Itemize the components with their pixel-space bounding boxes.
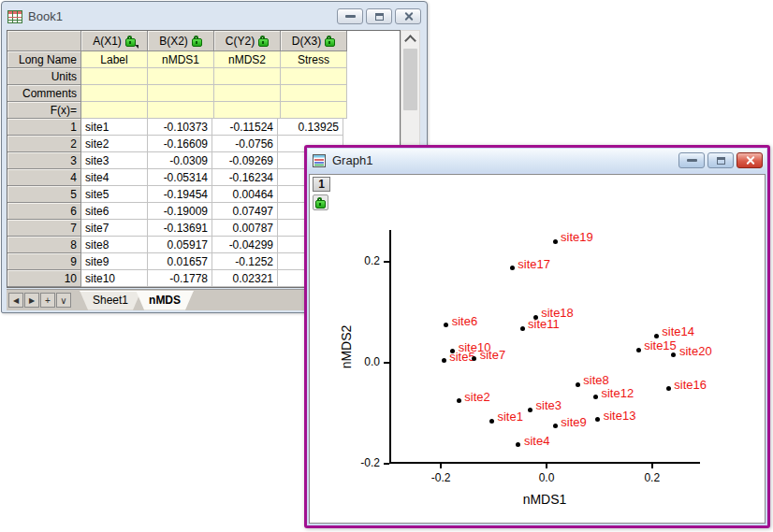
row-label-header[interactable]: Long Name: [7, 51, 81, 68]
label-cell[interactable]: nMDS2: [214, 51, 281, 68]
data-cell[interactable]: site1: [81, 119, 148, 136]
data-point[interactable]: [533, 315, 538, 320]
tab-nav-button[interactable]: ∨: [56, 293, 71, 308]
graph-titlebar[interactable]: Graph1: [308, 149, 766, 172]
data-cell[interactable]: site5: [81, 186, 148, 203]
data-cell[interactable]: site6: [81, 203, 148, 220]
data-cell[interactable]: site3: [81, 152, 148, 169]
row-number-header[interactable]: 8: [7, 237, 81, 253]
x-tick-label[interactable]: 0.0: [530, 471, 563, 484]
close-button[interactable]: [395, 8, 421, 24]
data-cell[interactable]: 0.01657: [148, 253, 212, 270]
data-point[interactable]: [520, 326, 525, 331]
row-label-header[interactable]: Comments: [7, 85, 81, 102]
data-cell[interactable]: 0.05917: [148, 237, 212, 253]
label-cell[interactable]: [214, 85, 281, 102]
data-cell[interactable]: -0.19454: [148, 186, 212, 203]
x-tick-label[interactable]: -0.2: [424, 471, 458, 484]
minimize-button[interactable]: [337, 8, 363, 24]
data-point[interactable]: [510, 266, 515, 270]
point-label[interactable]: site14: [662, 324, 694, 338]
y-axis-title[interactable]: nMDS2: [339, 324, 354, 368]
data-point[interactable]: [516, 442, 520, 447]
data-cell[interactable]: -0.05314: [148, 169, 212, 186]
label-cell[interactable]: [148, 68, 214, 85]
column-header[interactable]: D(X3): [281, 31, 347, 51]
row-number-header[interactable]: 4: [7, 169, 81, 186]
point-label[interactable]: site2: [464, 390, 489, 404]
data-point[interactable]: [654, 334, 659, 338]
data-point[interactable]: [636, 348, 641, 352]
label-cell[interactable]: [214, 102, 281, 119]
point-label[interactable]: site4: [524, 434, 549, 448]
label-cell[interactable]: [281, 85, 347, 102]
row-label-header[interactable]: F(x)=: [7, 102, 81, 119]
row-number-header[interactable]: 2: [7, 136, 81, 152]
data-cell[interactable]: 0.13925: [278, 119, 343, 136]
row-number-header[interactable]: 5: [7, 186, 81, 203]
label-cell[interactable]: Label: [81, 51, 148, 68]
point-label[interactable]: site10: [459, 340, 491, 354]
data-cell[interactable]: site2: [81, 136, 148, 152]
data-cell[interactable]: -0.1252: [212, 253, 278, 270]
data-cell[interactable]: -0.09269: [212, 152, 278, 169]
data-point[interactable]: [553, 239, 558, 244]
x-axis-title[interactable]: nMDS1: [498, 492, 591, 507]
data-cell[interactable]: site4: [81, 169, 148, 186]
row-number-header[interactable]: 6: [7, 203, 81, 220]
data-cell[interactable]: -0.10373: [148, 119, 212, 136]
data-cell[interactable]: -0.0309: [148, 152, 212, 169]
data-point[interactable]: [442, 358, 446, 363]
tab-nav-button[interactable]: +: [40, 293, 55, 308]
data-cell[interactable]: 0.02321: [212, 270, 278, 287]
data-cell[interactable]: site9: [81, 253, 148, 270]
data-point[interactable]: [472, 356, 476, 361]
data-point[interactable]: [457, 398, 461, 403]
row-number-header[interactable]: 3: [7, 152, 81, 169]
label-cell[interactable]: [214, 68, 281, 85]
data-point[interactable]: [489, 419, 494, 424]
label-cell[interactable]: [81, 68, 148, 85]
point-label[interactable]: site13: [604, 409, 636, 423]
point-label[interactable]: site3: [536, 398, 562, 412]
data-point[interactable]: [528, 408, 532, 412]
label-cell[interactable]: Stress: [281, 51, 347, 68]
row-number-header[interactable]: 1: [7, 119, 81, 136]
y-tick-label[interactable]: 0.2: [344, 254, 380, 267]
data-point[interactable]: [671, 352, 676, 357]
label-cell[interactable]: [148, 85, 214, 102]
lock-dropdown-arrow[interactable]: [135, 45, 139, 49]
data-point[interactable]: [595, 417, 600, 422]
restore-button[interactable]: [707, 152, 734, 168]
label-cell[interactable]: [281, 68, 347, 85]
point-label[interactable]: site19: [561, 230, 593, 244]
row-number-header[interactable]: 10: [7, 270, 81, 287]
corner-header-cell[interactable]: [7, 31, 81, 51]
data-cell[interactable]: site10: [81, 270, 148, 287]
row-number-header[interactable]: 7: [7, 220, 81, 237]
sheet-tab-sheet1[interactable]: Sheet1: [80, 291, 141, 310]
label-cell[interactable]: nMDS1: [148, 51, 214, 68]
tab-nav-button[interactable]: ▶: [24, 293, 39, 308]
data-cell[interactable]: site8: [81, 237, 148, 253]
x-tick-label[interactable]: 0.2: [635, 471, 669, 484]
layer-lock-button[interactable]: [313, 194, 328, 210]
layer-1-button[interactable]: 1: [313, 177, 330, 192]
minimize-button[interactable]: [678, 152, 705, 168]
point-label[interactable]: site6: [452, 314, 477, 328]
close-button[interactable]: [737, 152, 763, 168]
label-cell[interactable]: [281, 102, 347, 119]
label-cell[interactable]: [81, 85, 148, 102]
point-label[interactable]: site15: [644, 338, 677, 352]
label-cell[interactable]: [81, 102, 148, 119]
point-label[interactable]: site18: [541, 306, 574, 320]
data-point[interactable]: [593, 395, 598, 399]
data-cell[interactable]: -0.11524: [212, 119, 278, 136]
column-header[interactable]: A(X1): [81, 31, 148, 51]
scrollbar-thumb[interactable]: [403, 49, 417, 110]
data-cell[interactable]: -0.13691: [148, 220, 212, 237]
data-cell[interactable]: 0.00787: [212, 220, 278, 237]
data-point[interactable]: [576, 382, 580, 387]
data-cell[interactable]: 0.07497: [212, 203, 278, 220]
data-cell[interactable]: -0.16609: [148, 136, 212, 152]
